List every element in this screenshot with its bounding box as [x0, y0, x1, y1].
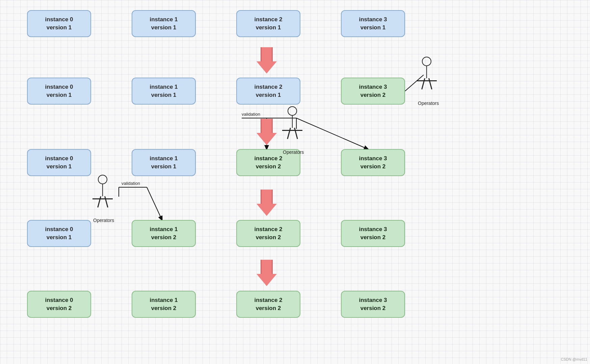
- stick-body-1: [426, 66, 427, 78]
- arrow-1: [257, 47, 277, 74]
- box-r1c1: instance 1version 1: [132, 78, 196, 105]
- box-r4c0: instance 0version 2: [27, 291, 91, 318]
- arrow-4: [257, 260, 277, 286]
- actor-label-2: Operators: [283, 149, 304, 155]
- box-r2c3: instance 3version 2: [341, 149, 405, 176]
- stick-head-1: [422, 57, 431, 66]
- stick-leg-right-1: [428, 78, 432, 89]
- arrow-2: [257, 119, 277, 145]
- stick-body-2: [292, 116, 293, 128]
- stick-head-2: [288, 106, 297, 116]
- svg-line-0: [405, 75, 424, 91]
- box-r4c2: instance 2version 2: [236, 291, 300, 318]
- stick-head-3: [98, 175, 107, 184]
- box-r3c1: instance 1version 2: [132, 220, 196, 247]
- svg-text:validation: validation: [122, 181, 140, 186]
- stick-arms-3: [92, 198, 113, 199]
- watermark: CSDN @mvd11: [561, 357, 587, 361]
- box-r2c0: instance 0version 1: [27, 149, 91, 176]
- stick-leg-right-2: [294, 128, 298, 139]
- actor-operators-1: [422, 57, 431, 90]
- stick-arms-1: [417, 80, 437, 81]
- svg-line-13: [147, 187, 162, 220]
- diagram-canvas: validation validation validation instanc…: [0, 0, 590, 364]
- box-r4c3: instance 3version 2: [341, 291, 405, 318]
- box-r3c2: instance 2version 2: [236, 220, 300, 247]
- box-r3c3: instance 3version 2: [341, 220, 405, 247]
- box-r1c2: instance 2version 1: [236, 78, 300, 105]
- actor-label-1: Operators: [418, 101, 439, 106]
- arrow-3: [257, 190, 277, 216]
- box-r2c1: instance 1version 1: [132, 149, 196, 176]
- box-r1c0: instance 0version 1: [27, 78, 91, 105]
- actor-operators-2: [288, 106, 297, 139]
- stick-arms-2: [282, 130, 302, 131]
- box-r4c1: instance 1version 2: [132, 291, 196, 318]
- box-r0c3: instance 3version 1: [341, 10, 405, 37]
- box-r0c1: instance 1version 1: [132, 10, 196, 37]
- svg-line-8: [296, 118, 368, 149]
- svg-text:validation: validation: [242, 112, 260, 117]
- stick-body-3: [102, 184, 103, 196]
- stick-leg-right-3: [104, 196, 108, 207]
- box-r0c0: instance 0version 1: [27, 10, 91, 37]
- stick-leg-left-2: [287, 128, 291, 139]
- box-r0c2: instance 2version 1: [236, 10, 300, 37]
- actor-label-3: Operators: [93, 218, 114, 223]
- stick-leg-left-3: [97, 196, 101, 207]
- actor-operators-3: [98, 175, 107, 208]
- box-r1c3: instance 3version 2: [341, 78, 405, 105]
- stick-leg-left-1: [421, 78, 425, 89]
- box-r3c0: instance 0version 1: [27, 220, 91, 247]
